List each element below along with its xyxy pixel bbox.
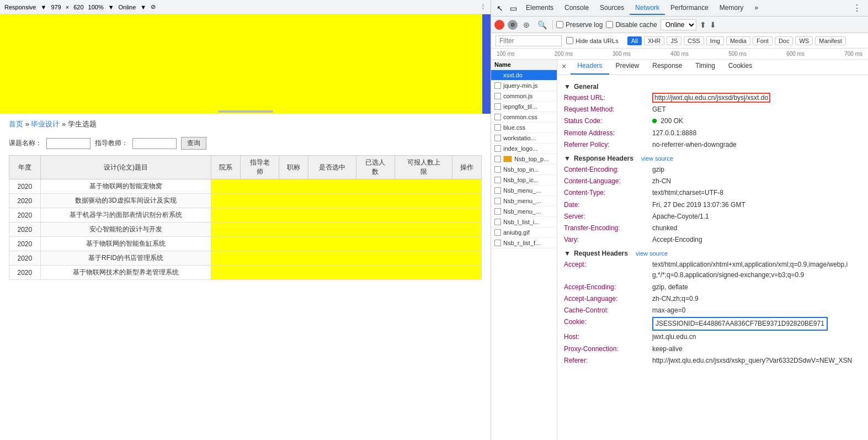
filter-doc[interactable]: Doc (775, 36, 794, 45)
search-icon[interactable]: 🔍 (535, 19, 549, 30)
file-checkbox[interactable] (494, 145, 501, 152)
cursor-icon[interactable]: ↖ (493, 2, 507, 15)
filter-img[interactable]: Img (706, 36, 724, 45)
file-checkbox[interactable] (494, 82, 501, 89)
file-checkbox[interactable] (494, 93, 501, 99)
file-checkbox[interactable] (494, 229, 501, 236)
tab-console[interactable]: Console (559, 2, 594, 15)
hide-data-urls-checkbox[interactable] (566, 37, 573, 44)
file-item[interactable]: workstatio... (491, 133, 557, 144)
file-item[interactable]: Nsb_l_list_i... (491, 217, 557, 227)
filter-ws[interactable]: WS (795, 36, 813, 45)
file-checkbox[interactable] (494, 208, 501, 215)
cookie-value[interactable]: JSESSIONID=E448867AA836CF7BE9371D92820BE… (652, 317, 828, 331)
file-item[interactable]: aniubg.gif (491, 227, 557, 238)
tab-network[interactable]: Network (630, 2, 665, 15)
file-item[interactable]: blue.css (491, 123, 557, 133)
file-name: common.css (503, 114, 537, 120)
filter-font[interactable]: Font (753, 36, 773, 45)
file-checkbox[interactable] (494, 198, 501, 204)
filter-manifest[interactable]: Manifest (815, 36, 846, 45)
file-checkbox[interactable] (494, 177, 501, 183)
tab-timing[interactable]: Timing (689, 60, 722, 75)
zoom-arrow[interactable]: ▼ (108, 4, 114, 10)
disable-cache-checkbox[interactable] (606, 21, 613, 28)
tab-memory[interactable]: Memory (714, 2, 749, 15)
timeline-markers: 100 ms 200 ms 300 ms 400 ms 500 ms 600 m… (491, 51, 868, 57)
tab-performance[interactable]: Performance (665, 2, 714, 15)
file-item[interactable]: common.css (491, 112, 557, 123)
file-checkbox[interactable] (494, 166, 501, 173)
file-item[interactable]: Nsb_r_list_f... (491, 238, 557, 248)
filter-all[interactable]: All (627, 36, 642, 45)
col-limit: 可报人数上限 (395, 156, 452, 179)
file-item[interactable]: Nsb_menu_... (491, 206, 557, 217)
file-item-selected[interactable]: xsxt.do (491, 70, 557, 81)
responsive-arrow[interactable]: ▼ (40, 4, 46, 10)
tab-more[interactable]: » (749, 2, 764, 15)
file-list: Name xsxt.do jquery-min.js common.js iep… (491, 60, 557, 440)
file-item[interactable]: Nsb_menu_... (491, 185, 557, 196)
file-checkbox[interactable] (494, 219, 501, 225)
collapse-arrow-req[interactable]: ▼ (564, 250, 571, 257)
breadcrumb-thesis[interactable]: 毕业设计 (31, 120, 60, 128)
accept-encoding-row: Accept-Encoding: gzip, deflate (564, 282, 861, 293)
download-icon[interactable]: ⬇ (710, 20, 716, 29)
breadcrumb-home[interactable]: 首页 (9, 120, 23, 128)
file-item[interactable]: Nsb_top_in... (491, 165, 557, 175)
filter-js[interactable]: JS (667, 36, 681, 45)
clear-button[interactable]: ⊘ (508, 20, 518, 30)
marker-100: 100 ms (497, 51, 515, 57)
devtools-more-icon[interactable]: ⋮ (480, 3, 486, 10)
file-checkbox[interactable] (494, 240, 501, 246)
file-checkbox[interactable] (494, 187, 501, 194)
file-checkbox[interactable] (494, 124, 501, 131)
search-button[interactable]: 查询 (181, 137, 206, 150)
view-source-req-link[interactable]: view source (636, 250, 668, 257)
online-arrow[interactable]: ▼ (140, 4, 146, 10)
filter-css[interactable]: CSS (684, 36, 704, 45)
tab-preview[interactable]: Preview (609, 60, 646, 75)
collapse-arrow-resp[interactable]: ▼ (564, 155, 571, 162)
zoom-value[interactable]: 100% (88, 4, 104, 10)
filter-input[interactable] (496, 35, 562, 46)
file-checkbox[interactable] (494, 114, 501, 120)
more-icon[interactable]: ⊘ (151, 3, 156, 10)
file-item[interactable]: iepngfix_til... (491, 102, 557, 112)
tab-sources[interactable]: Sources (594, 2, 630, 15)
file-item[interactable]: common.js (491, 91, 557, 102)
tab-response[interactable]: Response (646, 60, 689, 75)
scrollbar-thumb[interactable] (218, 110, 273, 113)
file-checkbox[interactable] (494, 72, 501, 78)
request-url-value[interactable]: http://jwxt.qlu.edu.cn/jsxsd/bysj/xsxt.d… (652, 93, 770, 103)
collapse-arrow[interactable]: ▼ (564, 83, 571, 91)
breadcrumb: 首页 » 毕业设计 » 学生选题 (0, 114, 491, 135)
record-button[interactable] (494, 20, 504, 30)
filter-media[interactable]: Media (726, 36, 750, 45)
file-item[interactable]: Nsb_top_p... (491, 154, 557, 165)
tab-cookies[interactable]: Cookies (722, 60, 759, 75)
tab-elements[interactable]: Elements (520, 2, 559, 15)
course-input[interactable] (46, 138, 90, 149)
view-source-link[interactable]: view source (641, 155, 673, 162)
file-item[interactable]: index_logo... (491, 144, 557, 154)
file-checkbox[interactable] (494, 135, 501, 141)
devtools-settings-icon[interactable]: ⋮ (848, 3, 866, 13)
teacher-input[interactable] (132, 138, 177, 149)
device-icon[interactable]: ▭ (507, 2, 520, 15)
filter-xhr[interactable]: XHR (644, 36, 664, 45)
file-item[interactable]: Nsb_top_ic... (491, 175, 557, 185)
filter-icon[interactable]: ⊛ (521, 19, 532, 30)
detail-close-button[interactable]: × (557, 60, 571, 75)
file-checkbox[interactable] (494, 156, 501, 162)
col-count: 已选人数 (356, 156, 395, 179)
file-item[interactable]: jquery-min.js (491, 81, 557, 91)
preserve-log-checkbox[interactable] (556, 21, 563, 28)
upload-icon[interactable]: ⬆ (700, 20, 706, 29)
online-label[interactable]: Online (119, 4, 136, 10)
file-item[interactable]: Nsb_menu_... (491, 196, 557, 206)
responsive-label[interactable]: Responsive (4, 4, 36, 10)
tab-headers[interactable]: Headers (571, 60, 609, 75)
file-checkbox[interactable] (494, 103, 501, 110)
throttle-select[interactable]: Online (661, 19, 696, 30)
